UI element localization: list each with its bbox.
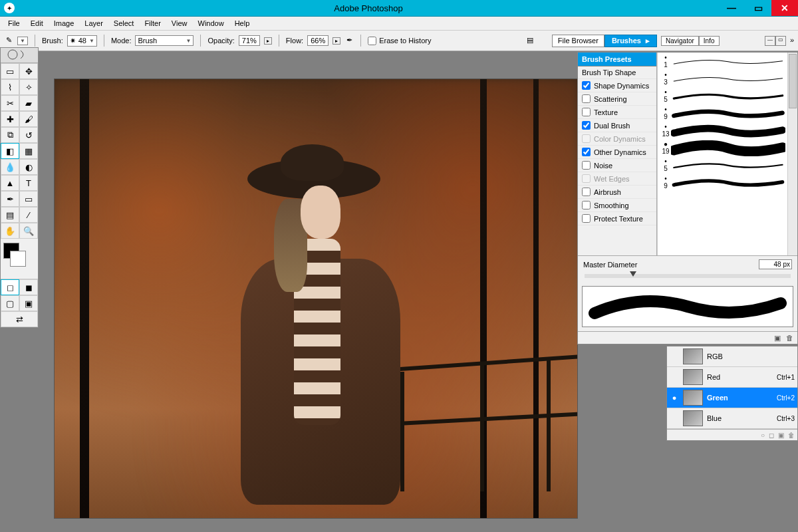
brush-presets-header[interactable]: Brush Presets <box>578 53 656 66</box>
stamp-tool[interactable]: ⧉ <box>1 127 19 143</box>
brush-settings-column: Brush Presets Brush Tip Shape Shape Dyna… <box>578 53 657 255</box>
opacity-arrow[interactable]: ▸ <box>264 37 272 45</box>
crop-tool[interactable]: ✂ <box>1 95 19 111</box>
airbrush-icon[interactable]: ✒ <box>344 36 354 45</box>
brush-stroke-13[interactable]: •13 <box>658 122 788 139</box>
move-tool[interactable]: ✥ <box>19 63 38 79</box>
tab-info[interactable]: Info <box>699 36 720 46</box>
lasso-tool[interactable]: ⌇ <box>1 79 19 95</box>
brush-tool[interactable]: 🖌 <box>19 111 38 127</box>
flow-value[interactable]: 66% <box>307 35 329 46</box>
master-diameter-slider[interactable] <box>585 274 791 278</box>
minimize-button[interactable]: — <box>718 0 745 16</box>
brush-option-protect-texture[interactable]: Protect Texture <box>578 212 656 225</box>
marquee-tool[interactable]: ▭ <box>1 63 19 79</box>
close-button[interactable]: ✕ <box>771 0 798 16</box>
new-channel-icon[interactable]: ▣ <box>778 432 784 439</box>
document-window[interactable] <box>55 79 577 518</box>
erase-to-history-checkbox[interactable]: Erase to History <box>368 37 431 45</box>
dodge-tool[interactable]: ◐ <box>19 159 38 175</box>
menu-select[interactable]: Select <box>108 18 140 29</box>
quickmask-off[interactable]: ◻ <box>1 279 19 295</box>
channels-panel: RGBRedCtrl+1●GreenCtrl+2BlueCtrl+3 ○ ◻ ▣… <box>666 346 798 441</box>
delete-brush-icon[interactable]: 🗑 <box>786 334 793 342</box>
history-brush-tool[interactable]: ↺ <box>19 127 38 143</box>
type-tool[interactable]: T <box>19 175 38 191</box>
heal-tool[interactable]: ✚ <box>1 111 19 127</box>
master-diameter-input[interactable] <box>759 259 792 269</box>
hand-tool[interactable]: ✋ <box>1 223 19 239</box>
mode-select[interactable]: Brush▼ <box>135 35 194 46</box>
opacity-value[interactable]: 71% <box>239 35 260 46</box>
brush-option-texture[interactable]: Texture <box>578 106 656 119</box>
brush-option-smoothing[interactable]: Smoothing <box>578 199 656 212</box>
brush-option-shape-dynamics[interactable]: Shape Dynamics <box>578 79 656 92</box>
brush-option-noise[interactable]: Noise <box>578 159 656 172</box>
menu-layer[interactable]: Layer <box>79 18 108 29</box>
new-brush-icon[interactable]: ▣ <box>774 334 781 342</box>
tab-file-browser[interactable]: File Browser <box>552 35 604 47</box>
slice-tool[interactable]: ▰ <box>19 95 38 111</box>
brush-stroke-5[interactable]: •5 <box>658 87 788 104</box>
brush-stroke-5[interactable]: •5 <box>658 156 788 174</box>
brush-option-color-dynamics: Color Dynamics <box>578 132 656 146</box>
flow-arrow[interactable]: ▸ <box>332 37 340 45</box>
brush-option-airbrush[interactable]: Airbrush <box>578 186 656 199</box>
brush-option-wet-edges: Wet Edges <box>578 172 656 186</box>
brush-option-other-dynamics[interactable]: Other Dynamics <box>578 146 656 159</box>
menu-edit[interactable]: Edit <box>25 18 49 29</box>
menu-filter[interactable]: Filter <box>139 18 166 29</box>
channel-blue[interactable]: BlueCtrl+3 <box>667 408 797 429</box>
tool-preset-icon[interactable]: ✎ <box>4 36 13 45</box>
delete-channel-icon[interactable]: 🗑 <box>788 432 795 439</box>
brush-stroke-1[interactable]: •1 <box>658 53 788 70</box>
tab-navigator[interactable]: Navigator <box>661 36 699 46</box>
pen-tool[interactable]: ✒ <box>1 191 19 207</box>
screenmode-1[interactable]: ▢ <box>1 295 19 311</box>
brush-option-scattering[interactable]: Scattering <box>578 92 656 106</box>
menu-file[interactable]: File <box>3 18 25 29</box>
brush-tip-shape[interactable]: Brush Tip Shape <box>578 66 656 79</box>
brush-option-dual-brush[interactable]: Dual Brush <box>578 119 656 132</box>
eyedropper-tool[interactable]: ⁄ <box>19 207 38 223</box>
menu-view[interactable]: View <box>166 18 193 29</box>
brushes-panel-footer: ▣ 🗑 <box>578 331 797 344</box>
path-select-tool[interactable]: ▲ <box>1 175 19 191</box>
tool-preset-picker[interactable]: ▼ <box>17 37 28 45</box>
notes-tool[interactable]: ▤ <box>1 207 19 223</box>
channel-green[interactable]: ●GreenCtrl+2 <box>667 388 797 408</box>
menu-window[interactable]: Window <box>193 18 229 29</box>
jump-to-imageready[interactable]: ⇄ <box>1 311 38 327</box>
quickmask-on[interactable]: ◼ <box>19 279 38 295</box>
color-swatches[interactable] <box>1 239 38 279</box>
brush-stroke-3[interactable]: •3 <box>658 70 788 87</box>
wand-tool[interactable]: ✧ <box>19 79 38 95</box>
brush-stroke-list[interactable]: •1•3•5•9•13●19•5•9 <box>657 53 797 255</box>
tab-brushes[interactable]: Brushes ▸ <box>604 35 657 47</box>
gradient-tool[interactable]: ▦ <box>19 143 38 159</box>
menu-help[interactable]: Help <box>229 18 255 29</box>
maximize-button[interactable]: ▭ <box>745 0 771 16</box>
brush-picker[interactable]: ✷48▼ <box>67 35 97 47</box>
background-swatch[interactable] <box>10 251 26 267</box>
stroke-scrollbar[interactable] <box>787 53 797 255</box>
channel-red[interactable]: RedCtrl+1 <box>667 367 797 388</box>
toolbox-header[interactable] <box>1 48 38 63</box>
channel-rgb[interactable]: RGB <box>667 346 797 367</box>
panel-close-icon[interactable]: ▭ <box>775 36 786 46</box>
eraser-tool[interactable]: ◧ <box>1 143 19 159</box>
blur-tool[interactable]: 💧 <box>1 159 19 175</box>
save-selection-icon[interactable]: ◻ <box>769 432 774 439</box>
menu-image[interactable]: Image <box>49 18 80 29</box>
brush-preview <box>582 286 793 327</box>
palette-well-icon[interactable]: ▤ <box>525 36 535 45</box>
load-selection-icon[interactable]: ○ <box>761 432 765 439</box>
panel-min-icon[interactable]: — <box>765 36 775 46</box>
zoom-tool[interactable]: 🔍 <box>19 223 38 239</box>
brush-stroke-9[interactable]: •9 <box>658 104 788 122</box>
shape-tool[interactable]: ▭ <box>19 191 38 207</box>
brush-stroke-9[interactable]: •9 <box>658 174 788 191</box>
panel-more-icon[interactable]: » <box>790 36 794 46</box>
brush-stroke-19[interactable]: ●19 <box>658 139 788 156</box>
screenmode-2[interactable]: ▣ <box>19 295 38 311</box>
